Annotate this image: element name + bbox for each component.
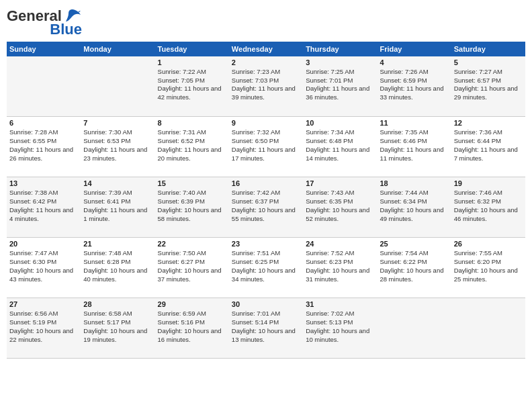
day-number: 29: [158, 300, 226, 308]
day-info: Sunrise: 7:47 AM Sunset: 6:30 PM Dayligh…: [9, 249, 78, 283]
calendar-week-row: 20Sunrise: 7:47 AM Sunset: 6:30 PM Dayli…: [7, 238, 525, 298]
calendar-cell: 28Sunrise: 6:58 AM Sunset: 5:17 PM Dayli…: [81, 298, 154, 359]
calendar-cell: 15Sunrise: 7:40 AM Sunset: 6:39 PM Dayli…: [155, 177, 229, 238]
calendar-table: SundayMondayTuesdayWednesdayThursdayFrid…: [7, 42, 525, 359]
day-info: Sunrise: 7:52 AM Sunset: 6:23 PM Dayligh…: [306, 249, 374, 283]
day-number: 16: [232, 179, 300, 187]
day-number: 6: [9, 119, 78, 127]
calendar-cell: 23Sunrise: 7:51 AM Sunset: 6:25 PM Dayli…: [229, 238, 303, 298]
weekday-header-sunday: Sunday: [7, 42, 81, 56]
calendar-cell: 11Sunrise: 7:35 AM Sunset: 6:46 PM Dayli…: [377, 117, 451, 177]
day-number: 1: [158, 58, 226, 66]
day-info: Sunrise: 7:42 AM Sunset: 6:37 PM Dayligh…: [232, 189, 300, 223]
day-number: 28: [83, 300, 152, 308]
day-info: Sunrise: 7:26 AM Sunset: 6:59 PM Dayligh…: [380, 68, 448, 102]
weekday-header-row: SundayMondayTuesdayWednesdayThursdayFrid…: [7, 42, 525, 56]
calendar-cell: 16Sunrise: 7:42 AM Sunset: 6:37 PM Dayli…: [229, 177, 303, 238]
day-number: 4: [380, 58, 448, 66]
calendar-cell: 24Sunrise: 7:52 AM Sunset: 6:23 PM Dayli…: [303, 238, 377, 298]
day-number: 18: [380, 179, 448, 187]
calendar-cell: 14Sunrise: 7:39 AM Sunset: 6:41 PM Dayli…: [81, 177, 154, 238]
calendar-cell: 31Sunrise: 7:02 AM Sunset: 5:13 PM Dayli…: [303, 298, 377, 359]
day-info: Sunrise: 6:56 AM Sunset: 5:19 PM Dayligh…: [9, 310, 78, 344]
calendar-week-row: 13Sunrise: 7:38 AM Sunset: 6:42 PM Dayli…: [7, 177, 525, 238]
day-number: 8: [158, 119, 226, 127]
calendar-cell: 19Sunrise: 7:46 AM Sunset: 6:32 PM Dayli…: [451, 177, 525, 238]
day-info: Sunrise: 7:27 AM Sunset: 6:57 PM Dayligh…: [454, 68, 523, 102]
calendar-cell: 7Sunrise: 7:30 AM Sunset: 6:53 PM Daylig…: [81, 117, 154, 177]
calendar-cell: 2Sunrise: 7:23 AM Sunset: 7:03 PM Daylig…: [229, 56, 303, 117]
weekday-header-thursday: Thursday: [303, 42, 377, 56]
day-info: Sunrise: 7:51 AM Sunset: 6:25 PM Dayligh…: [232, 249, 300, 283]
day-info: Sunrise: 7:34 AM Sunset: 6:48 PM Dayligh…: [306, 128, 374, 163]
day-number: 17: [306, 179, 374, 187]
day-info: Sunrise: 7:02 AM Sunset: 5:13 PM Dayligh…: [306, 310, 374, 344]
weekday-header-friday: Friday: [377, 42, 451, 56]
day-number: 30: [232, 300, 300, 308]
day-info: Sunrise: 7:32 AM Sunset: 6:50 PM Dayligh…: [232, 128, 300, 163]
calendar-cell: 26Sunrise: 7:55 AM Sunset: 6:20 PM Dayli…: [451, 238, 525, 298]
calendar-cell: 12Sunrise: 7:36 AM Sunset: 6:44 PM Dayli…: [451, 117, 525, 177]
day-info: Sunrise: 7:25 AM Sunset: 7:01 PM Dayligh…: [306, 68, 374, 102]
day-number: 22: [158, 240, 226, 248]
day-info: Sunrise: 6:58 AM Sunset: 5:17 PM Dayligh…: [83, 310, 152, 344]
day-info: Sunrise: 7:46 AM Sunset: 6:32 PM Dayligh…: [454, 189, 523, 223]
day-number: 20: [9, 240, 78, 248]
weekday-header-monday: Monday: [81, 42, 154, 56]
calendar-week-row: 6Sunrise: 7:28 AM Sunset: 6:55 PM Daylig…: [7, 117, 525, 177]
day-info: Sunrise: 7:44 AM Sunset: 6:34 PM Dayligh…: [380, 189, 448, 223]
calendar-cell: 4Sunrise: 7:26 AM Sunset: 6:59 PM Daylig…: [377, 56, 451, 117]
calendar-cell: [377, 298, 451, 359]
day-info: Sunrise: 6:59 AM Sunset: 5:16 PM Dayligh…: [158, 310, 226, 344]
calendar-cell: 27Sunrise: 6:56 AM Sunset: 5:19 PM Dayli…: [7, 298, 81, 359]
day-number: 15: [158, 179, 226, 187]
day-info: Sunrise: 7:22 AM Sunset: 7:05 PM Dayligh…: [158, 68, 226, 102]
calendar-cell: [7, 56, 81, 117]
day-number: 31: [306, 300, 374, 308]
day-number: 25: [380, 240, 448, 248]
day-info: Sunrise: 7:01 AM Sunset: 5:14 PM Dayligh…: [232, 310, 300, 344]
calendar-cell: [81, 56, 154, 117]
day-number: 2: [232, 58, 300, 66]
day-info: Sunrise: 7:38 AM Sunset: 6:42 PM Dayligh…: [9, 189, 78, 223]
calendar-cell: 9Sunrise: 7:32 AM Sunset: 6:50 PM Daylig…: [229, 117, 303, 177]
calendar-cell: 13Sunrise: 7:38 AM Sunset: 6:42 PM Dayli…: [7, 177, 81, 238]
day-number: 21: [83, 240, 152, 248]
calendar-cell: 18Sunrise: 7:44 AM Sunset: 6:34 PM Dayli…: [377, 177, 451, 238]
day-number: 24: [306, 240, 374, 248]
calendar-cell: 1Sunrise: 7:22 AM Sunset: 7:05 PM Daylig…: [155, 56, 229, 117]
day-info: Sunrise: 7:48 AM Sunset: 6:28 PM Dayligh…: [83, 249, 152, 283]
day-info: Sunrise: 7:43 AM Sunset: 6:35 PM Dayligh…: [306, 189, 374, 223]
day-info: Sunrise: 7:40 AM Sunset: 6:39 PM Dayligh…: [158, 189, 226, 223]
day-number: 7: [83, 119, 152, 127]
calendar-cell: 6Sunrise: 7:28 AM Sunset: 6:55 PM Daylig…: [7, 117, 81, 177]
day-info: Sunrise: 7:35 AM Sunset: 6:46 PM Dayligh…: [380, 128, 448, 163]
day-number: 23: [232, 240, 300, 248]
weekday-header-saturday: Saturday: [451, 42, 525, 56]
day-number: 27: [9, 300, 78, 308]
calendar-cell: 10Sunrise: 7:34 AM Sunset: 6:48 PM Dayli…: [303, 117, 377, 177]
day-number: 11: [380, 119, 448, 127]
calendar-cell: 25Sunrise: 7:54 AM Sunset: 6:22 PM Dayli…: [377, 238, 451, 298]
day-number: 5: [454, 58, 523, 66]
calendar-week-row: 27Sunrise: 6:56 AM Sunset: 5:19 PM Dayli…: [7, 298, 525, 359]
day-number: 12: [454, 119, 523, 127]
day-number: 13: [9, 179, 78, 187]
day-number: 10: [306, 119, 374, 127]
day-number: 3: [306, 58, 374, 66]
weekday-header-tuesday: Tuesday: [155, 42, 229, 56]
day-number: 14: [83, 179, 152, 187]
calendar-cell: 17Sunrise: 7:43 AM Sunset: 6:35 PM Dayli…: [303, 177, 377, 238]
day-info: Sunrise: 7:39 AM Sunset: 6:41 PM Dayligh…: [83, 189, 152, 223]
calendar-cell: 29Sunrise: 6:59 AM Sunset: 5:16 PM Dayli…: [155, 298, 229, 359]
day-info: Sunrise: 7:50 AM Sunset: 6:27 PM Dayligh…: [158, 249, 226, 283]
logo-blue: Blue: [50, 23, 82, 36]
calendar-cell: 22Sunrise: 7:50 AM Sunset: 6:27 PM Dayli…: [155, 238, 229, 298]
calendar-cell: 21Sunrise: 7:48 AM Sunset: 6:28 PM Dayli…: [81, 238, 154, 298]
day-info: Sunrise: 7:36 AM Sunset: 6:44 PM Dayligh…: [454, 128, 523, 163]
calendar-cell: 5Sunrise: 7:27 AM Sunset: 6:57 PM Daylig…: [451, 56, 525, 117]
day-info: Sunrise: 7:55 AM Sunset: 6:20 PM Dayligh…: [454, 249, 523, 283]
calendar-cell: [451, 298, 525, 359]
day-info: Sunrise: 7:28 AM Sunset: 6:55 PM Dayligh…: [9, 128, 78, 163]
day-number: 26: [454, 240, 523, 248]
